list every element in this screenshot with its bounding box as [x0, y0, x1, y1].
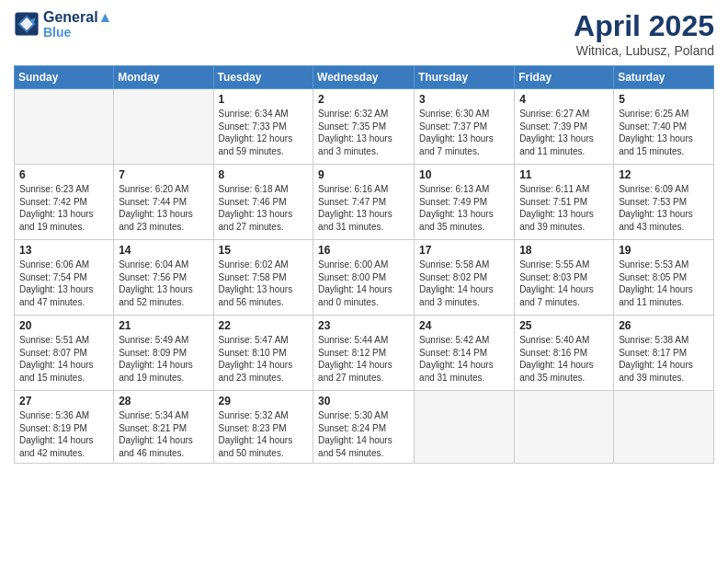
day-info: Sunrise: 6:32 AMSunset: 7:35 PMDaylight:…	[318, 108, 409, 157]
day-number: 15	[219, 244, 309, 257]
day-info: Sunrise: 5:58 AMSunset: 8:02 PMDaylight:…	[419, 259, 509, 308]
day-number: 2	[318, 93, 409, 106]
col-header-wednesday: Wednesday	[313, 66, 415, 89]
week-row-2: 13Sunrise: 6:06 AMSunset: 7:54 PMDayligh…	[15, 240, 714, 316]
calendar-cell: 17Sunrise: 5:58 AMSunset: 8:02 PMDayligh…	[415, 240, 515, 316]
day-info: Sunrise: 6:13 AMSunset: 7:49 PMDaylight:…	[419, 183, 509, 233]
week-row-4: 27Sunrise: 5:36 AMSunset: 8:19 PMDayligh…	[15, 391, 714, 464]
day-info: Sunrise: 5:42 AMSunset: 8:14 PMDaylight:…	[419, 334, 509, 384]
day-info: Sunrise: 6:16 AMSunset: 7:47 PMDaylight:…	[318, 183, 409, 233]
calendar-cell: 11Sunrise: 6:11 AMSunset: 7:51 PMDayligh…	[515, 165, 614, 240]
calendar-cell: 13Sunrise: 6:06 AMSunset: 7:54 PMDayligh…	[15, 240, 114, 316]
col-header-friday: Friday	[515, 66, 614, 89]
logo-text: General▲ Blue	[43, 9, 112, 40]
calendar-cell: 24Sunrise: 5:42 AMSunset: 8:14 PMDayligh…	[415, 316, 515, 391]
day-info: Sunrise: 6:09 AMSunset: 7:53 PMDaylight:…	[619, 183, 709, 233]
day-info: Sunrise: 6:34 AMSunset: 7:33 PMDaylight:…	[219, 108, 309, 157]
day-number: 26	[619, 319, 709, 332]
header: General▲ Blue April 2025 Witnica, Lubusz…	[14, 9, 714, 58]
col-header-sunday: Sunday	[15, 66, 114, 89]
day-number: 25	[519, 319, 609, 332]
day-number: 28	[119, 395, 208, 408]
calendar-cell: 26Sunrise: 5:38 AMSunset: 8:17 PMDayligh…	[614, 316, 714, 391]
calendar-header-row: SundayMondayTuesdayWednesdayThursdayFrid…	[15, 66, 714, 89]
calendar-cell: 14Sunrise: 6:04 AMSunset: 7:56 PMDayligh…	[114, 240, 213, 316]
day-info: Sunrise: 6:25 AMSunset: 7:40 PMDaylight:…	[619, 108, 709, 157]
calendar-cell	[614, 391, 714, 464]
day-number: 16	[318, 244, 409, 257]
day-info: Sunrise: 5:49 AMSunset: 8:09 PMDaylight:…	[119, 334, 208, 384]
day-info: Sunrise: 6:04 AMSunset: 7:56 PMDaylight:…	[119, 259, 208, 308]
day-info: Sunrise: 5:55 AMSunset: 8:03 PMDaylight:…	[519, 259, 609, 308]
day-number: 12	[619, 168, 709, 181]
day-number: 13	[19, 244, 108, 257]
calendar-cell: 1Sunrise: 6:34 AMSunset: 7:33 PMDaylight…	[213, 89, 313, 165]
calendar-cell: 2Sunrise: 6:32 AMSunset: 7:35 PMDaylight…	[313, 89, 415, 165]
calendar-cell: 9Sunrise: 6:16 AMSunset: 7:47 PMDaylight…	[313, 165, 415, 240]
day-info: Sunrise: 6:20 AMSunset: 7:44 PMDaylight:…	[119, 183, 208, 233]
day-info: Sunrise: 5:36 AMSunset: 8:19 PMDaylight:…	[19, 409, 108, 459]
calendar: SundayMondayTuesdayWednesdayThursdayFrid…	[14, 65, 714, 464]
calendar-cell: 10Sunrise: 6:13 AMSunset: 7:49 PMDayligh…	[415, 165, 515, 240]
calendar-cell	[15, 89, 114, 165]
day-number: 10	[419, 168, 509, 181]
calendar-cell: 25Sunrise: 5:40 AMSunset: 8:16 PMDayligh…	[515, 316, 614, 391]
logo-icon	[14, 11, 40, 37]
calendar-cell: 19Sunrise: 5:53 AMSunset: 8:05 PMDayligh…	[614, 240, 714, 316]
day-info: Sunrise: 5:30 AMSunset: 8:24 PMDaylight:…	[318, 409, 409, 459]
day-info: Sunrise: 6:18 AMSunset: 7:46 PMDaylight:…	[219, 183, 309, 233]
calendar-cell	[415, 391, 515, 464]
day-info: Sunrise: 5:34 AMSunset: 8:21 PMDaylight:…	[119, 409, 208, 459]
col-header-thursday: Thursday	[415, 66, 515, 89]
day-number: 18	[519, 244, 609, 257]
day-number: 24	[419, 319, 509, 332]
calendar-cell: 29Sunrise: 5:32 AMSunset: 8:23 PMDayligh…	[213, 391, 313, 464]
day-info: Sunrise: 6:11 AMSunset: 7:51 PMDaylight:…	[519, 183, 609, 233]
calendar-cell: 16Sunrise: 6:00 AMSunset: 8:00 PMDayligh…	[313, 240, 415, 316]
calendar-cell: 6Sunrise: 6:23 AMSunset: 7:42 PMDaylight…	[15, 165, 114, 240]
day-info: Sunrise: 6:00 AMSunset: 8:00 PMDaylight:…	[318, 259, 409, 308]
month-title: April 2025	[574, 9, 714, 43]
day-number: 21	[119, 319, 208, 332]
week-row-0: 1Sunrise: 6:34 AMSunset: 7:33 PMDaylight…	[15, 89, 714, 165]
calendar-cell: 20Sunrise: 5:51 AMSunset: 8:07 PMDayligh…	[15, 316, 114, 391]
calendar-cell: 5Sunrise: 6:25 AMSunset: 7:40 PMDaylight…	[614, 89, 714, 165]
calendar-cell: 8Sunrise: 6:18 AMSunset: 7:46 PMDaylight…	[213, 165, 313, 240]
page: General▲ Blue April 2025 Witnica, Lubusz…	[0, 0, 728, 563]
day-info: Sunrise: 6:02 AMSunset: 7:58 PMDaylight:…	[219, 259, 309, 308]
day-info: Sunrise: 6:06 AMSunset: 7:54 PMDaylight:…	[19, 259, 108, 308]
calendar-cell: 23Sunrise: 5:44 AMSunset: 8:12 PMDayligh…	[313, 316, 415, 391]
day-number: 7	[119, 168, 208, 181]
calendar-cell: 22Sunrise: 5:47 AMSunset: 8:10 PMDayligh…	[213, 316, 313, 391]
calendar-cell: 3Sunrise: 6:30 AMSunset: 7:37 PMDaylight…	[415, 89, 515, 165]
day-number: 5	[619, 93, 709, 106]
day-number: 29	[219, 395, 309, 408]
day-number: 14	[119, 244, 208, 257]
day-info: Sunrise: 6:30 AMSunset: 7:37 PMDaylight:…	[419, 108, 509, 157]
title-block: April 2025 Witnica, Lubusz, Poland	[574, 9, 714, 58]
location: Witnica, Lubusz, Poland	[574, 43, 714, 58]
day-info: Sunrise: 5:53 AMSunset: 8:05 PMDaylight:…	[619, 259, 709, 308]
day-number: 1	[219, 93, 309, 106]
calendar-cell: 4Sunrise: 6:27 AMSunset: 7:39 PMDaylight…	[515, 89, 614, 165]
day-number: 4	[519, 93, 609, 106]
week-row-3: 20Sunrise: 5:51 AMSunset: 8:07 PMDayligh…	[15, 316, 714, 391]
day-number: 27	[19, 395, 108, 408]
day-info: Sunrise: 5:51 AMSunset: 8:07 PMDaylight:…	[19, 334, 108, 384]
day-number: 17	[419, 244, 509, 257]
day-number: 30	[318, 395, 409, 408]
day-number: 23	[318, 319, 409, 332]
day-info: Sunrise: 5:38 AMSunset: 8:17 PMDaylight:…	[619, 334, 709, 384]
calendar-cell	[515, 391, 614, 464]
calendar-cell: 28Sunrise: 5:34 AMSunset: 8:21 PMDayligh…	[114, 391, 213, 464]
day-number: 6	[19, 168, 108, 181]
day-info: Sunrise: 6:23 AMSunset: 7:42 PMDaylight:…	[19, 183, 108, 233]
calendar-cell: 12Sunrise: 6:09 AMSunset: 7:53 PMDayligh…	[614, 165, 714, 240]
col-header-monday: Monday	[114, 66, 213, 89]
day-number: 11	[519, 168, 609, 181]
day-number: 19	[619, 244, 709, 257]
week-row-1: 6Sunrise: 6:23 AMSunset: 7:42 PMDaylight…	[15, 165, 714, 240]
day-info: Sunrise: 5:40 AMSunset: 8:16 PMDaylight:…	[519, 334, 609, 384]
col-header-saturday: Saturday	[614, 66, 714, 89]
day-number: 22	[219, 319, 309, 332]
